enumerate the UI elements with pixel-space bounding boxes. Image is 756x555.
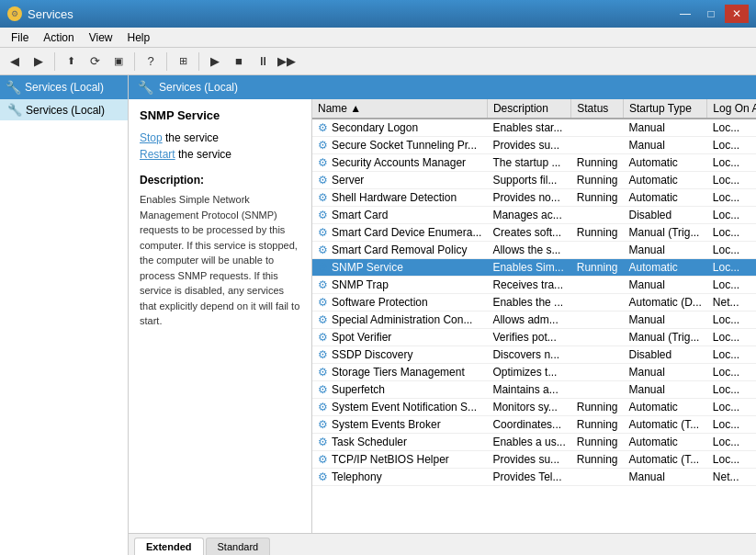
help-button[interactable]: ? — [140, 51, 162, 73]
left-panel-header: 🔧 Services (Local) — [0, 75, 128, 99]
play-button[interactable]: ▶ — [204, 51, 226, 73]
cell-name: ⚙Secure Socket Tunneling Pr... — [312, 137, 487, 154]
table-area[interactable]: Name ▲ Description Status Startup Type L… — [312, 99, 756, 533]
cell-status — [571, 469, 624, 486]
right-panel: 🔧 Services (Local) SNMP Service Stop the… — [129, 75, 756, 555]
table-row[interactable]: ⚙Software ProtectionEnables the ...Autom… — [312, 294, 756, 311]
cell-logon-as: Loc... — [707, 416, 756, 434]
cell-description: The startup ... — [487, 154, 570, 172]
table-row[interactable]: ⚙SuperfetchMaintains a...ManualLoc... — [312, 381, 756, 399]
table-row[interactable]: ⚙SNMP ServiceEnables Sim...RunningAutoma… — [312, 259, 756, 277]
table-row[interactable]: ⚙SNMP TrapReceives tra...ManualLoc... — [312, 277, 756, 294]
table-row[interactable]: ⚙TelephonyProvides Tel...ManualNet... — [312, 469, 756, 486]
table-row[interactable]: ⚙System Events BrokerCoordinates...Runni… — [312, 416, 756, 434]
cell-logon-as: Loc... — [707, 364, 756, 381]
table-row[interactable]: ⚙Security Accounts ManagerThe startup ..… — [312, 154, 756, 172]
cell-startup-type: Automatic (T... — [623, 416, 706, 434]
cell-logon-as: Loc... — [707, 154, 756, 172]
menu-help[interactable]: Help — [120, 29, 158, 46]
cell-startup-type: Automatic (D... — [623, 294, 706, 311]
title-controls: — □ ✕ — [673, 5, 749, 23]
maximize-button[interactable]: □ — [699, 5, 723, 23]
table-row[interactable]: ⚙Secure Socket Tunneling Pr...Provides s… — [312, 137, 756, 154]
service-gear-icon: ⚙ — [318, 313, 328, 326]
cell-name: ⚙Storage Tiers Management — [312, 364, 487, 381]
back-button[interactable]: ◀ — [4, 51, 26, 73]
cell-description: Receives tra... — [487, 277, 570, 294]
service-gear-icon: ⚙ — [318, 453, 328, 466]
cell-startup-type: Manual — [623, 277, 706, 294]
tab-standard[interactable]: Standard — [206, 538, 271, 555]
cell-startup-type: Manual — [623, 242, 706, 259]
col-name[interactable]: Name ▲ — [312, 99, 487, 119]
col-status[interactable]: Status — [571, 99, 624, 119]
restart-button[interactable]: ▶▶ — [276, 51, 298, 73]
cell-logon-as: Loc... — [707, 259, 756, 277]
detail-stop-line: Stop the service — [140, 131, 300, 144]
cell-description: Enables star... — [487, 119, 570, 137]
table-row[interactable]: ⚙Smart CardManages ac...DisabledLoc... — [312, 207, 756, 224]
table-row[interactable]: ⚙ServerSupports fil...RunningAutomaticLo… — [312, 172, 756, 189]
service-gear-icon: ⚙ — [318, 436, 328, 448]
show-hide-button[interactable]: ⊞ — [172, 51, 194, 73]
service-gear-icon: ⚙ — [318, 156, 328, 169]
service-gear-icon: ⚙ — [318, 191, 328, 204]
services-header-title: Services (Local) — [159, 81, 238, 94]
title-bar-left: ⚙ Services — [7, 6, 73, 21]
table-row[interactable]: ⚙Secondary LogonEnables star...ManualLoc… — [312, 119, 756, 137]
cell-name: ⚙Software Protection — [312, 294, 487, 311]
table-row[interactable]: ⚙Smart Card Device Enumera...Creates sof… — [312, 224, 756, 242]
cell-logon-as: Loc... — [707, 224, 756, 242]
table-row[interactable]: ⚙Smart Card Removal PolicyAllows the s..… — [312, 242, 756, 259]
cell-name: ⚙Secondary Logon — [312, 119, 487, 137]
cell-startup-type: Manual — [623, 381, 706, 399]
cell-status — [571, 242, 624, 259]
col-logon-as[interactable]: Log On As — [707, 99, 756, 119]
cell-name: ⚙System Event Notification S... — [312, 399, 487, 416]
menu-file[interactable]: File — [4, 29, 36, 46]
toolbar-separator-2 — [134, 52, 135, 71]
pause-button[interactable]: ⏸ — [252, 51, 274, 73]
menu-action[interactable]: Action — [36, 29, 81, 46]
col-startup-type[interactable]: Startup Type — [623, 99, 706, 119]
cell-description: Discovers n... — [487, 346, 570, 364]
cell-status — [571, 137, 624, 154]
service-gear-icon: ⚙ — [318, 418, 328, 431]
table-row[interactable]: ⚙Storage Tiers ManagementOptimizes t...M… — [312, 364, 756, 381]
service-gear-icon: ⚙ — [318, 383, 328, 396]
cell-startup-type: Manual — [623, 364, 706, 381]
cell-logon-as: Loc... — [707, 311, 756, 329]
cell-name: ⚙Spot Verifier — [312, 329, 487, 346]
cell-name: ⚙Telephony — [312, 469, 487, 486]
table-row[interactable]: ⚙SSDP DiscoveryDiscovers n...DisabledLoc… — [312, 346, 756, 364]
tree-item-services-local[interactable]: 🔧 Services (Local) — [0, 99, 128, 120]
table-row[interactable]: ⚙System Event Notification S...Monitors … — [312, 399, 756, 416]
stop-button[interactable]: ■ — [228, 51, 250, 73]
cell-startup-type: Automatic (T... — [623, 451, 706, 469]
col-description[interactable]: Description — [487, 99, 570, 119]
cell-description: Enables the ... — [487, 294, 570, 311]
cell-startup-type: Manual — [623, 119, 706, 137]
table-row[interactable]: ⚙TCP/IP NetBIOS HelperProvides su...Runn… — [312, 451, 756, 469]
minimize-button[interactable]: — — [673, 5, 697, 23]
close-button[interactable]: ✕ — [725, 5, 749, 23]
stop-link[interactable]: Stop — [140, 131, 163, 144]
forward-button[interactable]: ▶ — [28, 51, 50, 73]
cell-name: ⚙TCP/IP NetBIOS Helper — [312, 451, 487, 469]
table-row[interactable]: ⚙Shell Hardware DetectionProvides no...R… — [312, 189, 756, 207]
table-row[interactable]: ⚙Spot VerifierVerifies pot...Manual (Tri… — [312, 329, 756, 346]
refresh-button[interactable]: ⟳ — [84, 51, 106, 73]
table-row[interactable]: ⚙Task SchedulerEnables a us...RunningAut… — [312, 434, 756, 451]
properties-button[interactable]: ▣ — [107, 51, 130, 73]
main-content: 🔧 Services (Local) 🔧 Services (Local) 🔧 … — [0, 75, 756, 555]
cell-status — [571, 277, 624, 294]
toolbar-separator-4 — [198, 52, 199, 71]
tab-extended[interactable]: Extended — [134, 538, 204, 555]
table-row[interactable]: ⚙Special Administration Con...Allows adm… — [312, 311, 756, 329]
cell-description: Provides su... — [487, 137, 570, 154]
restart-link[interactable]: Restart — [140, 148, 175, 161]
menu-view[interactable]: View — [82, 29, 120, 46]
up-button[interactable]: ⬆ — [60, 51, 82, 73]
services-table: Name ▲ Description Status Startup Type L… — [312, 99, 756, 486]
cell-logon-as: Loc... — [707, 277, 756, 294]
